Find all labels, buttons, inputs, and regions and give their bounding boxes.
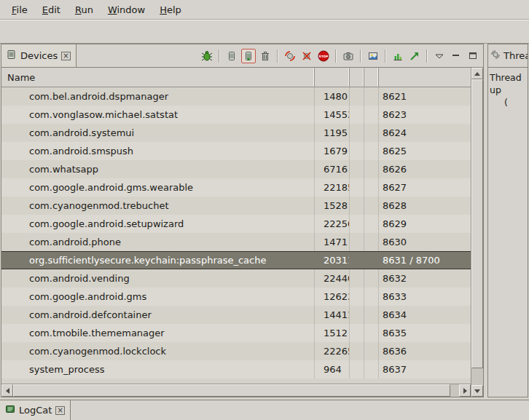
cell-c1	[350, 233, 364, 251]
scroll-left-button[interactable]	[1, 384, 13, 397]
table-row[interactable]: com.whatsapp67168626	[1, 160, 471, 178]
threads-message: Thread up (	[488, 68, 528, 112]
table-row[interactable]: com.android.phone14718630	[1, 233, 471, 251]
tab-logcat[interactable]: LogCat ×	[0, 400, 71, 420]
cell-port: 8621	[379, 87, 471, 106]
cell-c1	[350, 288, 364, 306]
close-icon[interactable]: ×	[61, 52, 70, 60]
cell-c1	[350, 306, 364, 324]
menu-file[interactable]: File	[4, 1, 35, 18]
toolbar-separator	[277, 49, 278, 63]
table-row[interactable]: com.cyanogenmod.trebuchet15288628	[1, 197, 471, 215]
menu-run[interactable]: Run	[68, 1, 101, 18]
column-header-blank1[interactable]	[350, 68, 364, 87]
table-row[interactable]: com.vonglasow.michael.satstat145538623	[1, 106, 471, 124]
update-heap-icon[interactable]	[224, 49, 239, 63]
cell-pid: 22250	[315, 215, 350, 233]
table-row[interactable]: com.android.systemui11958624	[1, 124, 471, 142]
screen-capture-icon[interactable]	[341, 49, 356, 63]
cell-c1	[350, 269, 364, 288]
cell-c2	[364, 306, 379, 324]
threads-message-line2: (	[490, 96, 526, 108]
table-row[interactable]: com.google.android.setupwizard222508629	[1, 215, 471, 233]
threads-tabbar: Threa	[488, 44, 528, 68]
cell-c2	[364, 87, 379, 106]
view-menu-icon[interactable]	[432, 49, 447, 63]
vertical-scrollbar[interactable]	[471, 68, 483, 397]
vertical-scrollbar-thumb[interactable]	[471, 79, 483, 368]
threads-panel: Threa Thread up (	[487, 44, 528, 397]
cell-c2	[364, 160, 379, 178]
cell-port: 8631 / 8700	[379, 252, 471, 269]
cell-c1	[350, 87, 364, 106]
cell-c2	[364, 269, 379, 288]
sysinfo-icon[interactable]	[391, 49, 405, 63]
device-table: Name com.bel.android.dspmanager14808621c…	[1, 68, 483, 397]
cell-c1	[350, 160, 364, 178]
table-row[interactable]: com.tmobile.thememanager15128635	[1, 324, 471, 342]
cell-pid: 964	[315, 360, 350, 379]
cell-name: com.tmobile.thememanager	[1, 324, 315, 342]
cell-pid: 1528	[315, 197, 350, 215]
cell-port: 8628	[379, 197, 471, 215]
cell-c2	[364, 106, 379, 124]
cell-name: com.cyanogenmod.trebuchet	[1, 197, 315, 215]
device-table-header: Name	[1, 68, 471, 87]
minimize-icon[interactable]	[449, 49, 463, 63]
column-header-pid[interactable]	[315, 68, 350, 87]
debug-icon[interactable]	[200, 49, 214, 63]
cell-pid: 22185	[315, 178, 350, 197]
cell-name: com.android.smspush	[1, 142, 315, 160]
table-row[interactable]: com.android.vending224408632	[1, 269, 471, 288]
main-toolbar-strip	[0, 20, 529, 44]
horizontal-scrollbar[interactable]	[1, 384, 471, 397]
cell-port: 8634	[379, 306, 471, 324]
table-row[interactable]: com.android.defcontainer144118634	[1, 306, 471, 324]
cell-port: 8623	[379, 106, 471, 124]
table-row[interactable]: org.sufficientlysecure.keychain:passphra…	[1, 251, 471, 269]
table-row[interactable]: com.bel.android.dspmanager14808621	[1, 87, 471, 106]
cell-c2	[364, 142, 379, 160]
tab-devices[interactable]: Devices ×	[1, 44, 77, 67]
toolbar-separator	[219, 49, 220, 63]
maximize-icon[interactable]	[466, 49, 480, 63]
threads-tab-label[interactable]: Threa	[503, 50, 528, 61]
cell-pid: 1195	[315, 124, 350, 142]
cell-c2	[364, 342, 379, 360]
close-icon[interactable]: ×	[55, 406, 64, 415]
bottom-tab-bar: LogCat ×	[0, 400, 529, 420]
tracer-icon[interactable]	[407, 49, 422, 63]
update-threads-icon[interactable]	[283, 49, 297, 63]
menu-edit[interactable]: Edit	[35, 1, 68, 18]
table-row[interactable]: com.google.android.gms.wearable221858627	[1, 178, 471, 197]
stop-process-icon[interactable]: STOP	[316, 49, 331, 63]
table-row[interactable]: com.cyanogenmod.lockclock222658636	[1, 342, 471, 360]
cell-port: 8625	[379, 142, 471, 160]
scroll-right-button[interactable]	[459, 384, 471, 397]
cell-c2	[364, 124, 379, 142]
cell-name: com.google.android.gms.wearable	[1, 178, 315, 197]
column-header-port[interactable]	[379, 68, 471, 87]
dump-hprof-icon[interactable]	[241, 49, 256, 63]
menu-help[interactable]: Help	[152, 1, 189, 18]
table-row[interactable]: com.android.smspush16798625	[1, 142, 471, 160]
stop-threads-icon[interactable]	[299, 49, 314, 63]
cell-port: 8636	[379, 342, 471, 360]
cause-gc-icon[interactable]	[258, 49, 273, 63]
cell-name: com.google.android.setupwizard	[1, 215, 315, 233]
cell-c2	[364, 197, 379, 215]
menu-window[interactable]: Window	[101, 1, 152, 18]
scroll-down-button[interactable]	[471, 385, 483, 397]
table-row[interactable]: com.google.android.gms126238633	[1, 288, 471, 306]
scroll-track	[450, 384, 459, 397]
cell-pid: 20311	[315, 252, 350, 269]
horizontal-scrollbar-thumb[interactable]	[13, 384, 450, 397]
column-header-name[interactable]: Name	[1, 68, 315, 87]
column-header-blank2[interactable]	[364, 68, 379, 87]
cell-port: 8624	[379, 124, 471, 142]
table-row[interactable]: system_process9648637	[1, 360, 471, 379]
cell-c1	[350, 252, 364, 269]
device-table-body: com.bel.android.dspmanager14808621com.vo…	[1, 87, 471, 384]
screen-record-icon[interactable]	[366, 49, 380, 63]
scroll-up-button[interactable]	[471, 68, 483, 79]
